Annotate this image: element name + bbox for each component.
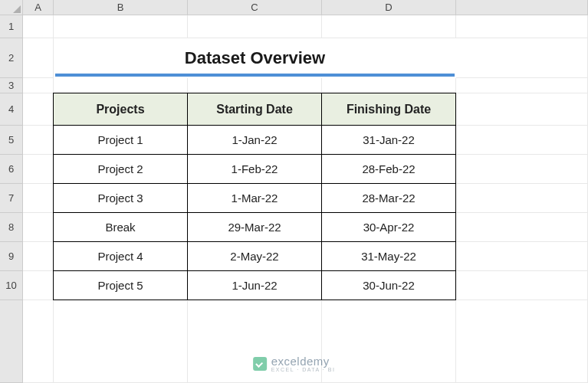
watermark: exceldemy EXCEL · DATA · BI xyxy=(253,355,336,372)
table-header-start[interactable]: Starting Date xyxy=(187,93,322,126)
table-cell[interactable]: 1-Jun-22 xyxy=(187,270,322,300)
table-cell[interactable]: 29-Mar-22 xyxy=(187,212,322,242)
table-cell[interactable]: 30-Jun-22 xyxy=(321,270,456,300)
spreadsheet-grid: A B C D 1 2 3 4 5 6 7 8 9 10 Dataset Ove… xyxy=(0,0,588,383)
table-cell[interactable]: 31-May-22 xyxy=(321,241,456,271)
col-header-D[interactable]: D xyxy=(322,0,456,15)
table-cell[interactable]: Project 4 xyxy=(53,241,188,271)
watermark-logo-icon xyxy=(253,357,267,371)
row-header-2[interactable]: 2 xyxy=(0,38,23,78)
row-header-6[interactable]: 6 xyxy=(0,155,23,184)
col-header-A[interactable]: A xyxy=(23,0,54,15)
table-cell[interactable]: 30-Apr-22 xyxy=(321,212,456,242)
col-header-B[interactable]: B xyxy=(54,0,188,15)
table-cell[interactable]: Project 1 xyxy=(53,125,188,155)
table-cell[interactable]: 31-Jan-22 xyxy=(321,125,456,155)
table-header-finish[interactable]: Finishing Date xyxy=(321,93,456,126)
row-header-4[interactable]: 4 xyxy=(0,93,23,126)
table-cell[interactable]: Project 2 xyxy=(53,154,188,184)
watermark-sub: EXCEL · DATA · BI xyxy=(271,367,336,372)
row-header-9[interactable]: 9 xyxy=(0,242,23,271)
col-header-blank[interactable] xyxy=(456,0,588,15)
select-all-corner[interactable] xyxy=(0,0,23,15)
table-cell[interactable]: 2-May-22 xyxy=(187,241,322,271)
row-header-blank[interactable] xyxy=(0,300,23,383)
col-header-C[interactable]: C xyxy=(188,0,322,15)
title-cell[interactable]: Dataset Overview xyxy=(55,43,455,77)
row-header-1[interactable]: 1 xyxy=(0,15,23,38)
table-header-projects[interactable]: Projects xyxy=(53,93,188,126)
page-title: Dataset Overview xyxy=(185,48,325,68)
table-cell[interactable]: Project 5 xyxy=(53,270,188,300)
table-cell[interactable]: 28-Feb-22 xyxy=(321,154,456,184)
table-cell[interactable]: 28-Mar-22 xyxy=(321,183,456,213)
table-cell[interactable]: 1-Jan-22 xyxy=(187,125,322,155)
table-cell[interactable]: Project 3 xyxy=(53,183,188,213)
watermark-main: exceldemy xyxy=(271,355,336,367)
row-header-8[interactable]: 8 xyxy=(0,213,23,242)
row-header-10[interactable]: 10 xyxy=(0,271,23,300)
table-cell[interactable]: 1-Feb-22 xyxy=(187,154,322,184)
table-cell[interactable]: 1-Mar-22 xyxy=(187,183,322,213)
row-header-5[interactable]: 5 xyxy=(0,126,23,155)
row-header-7[interactable]: 7 xyxy=(0,184,23,213)
row-header-3[interactable]: 3 xyxy=(0,78,23,93)
table-cell[interactable]: Break xyxy=(53,212,188,242)
